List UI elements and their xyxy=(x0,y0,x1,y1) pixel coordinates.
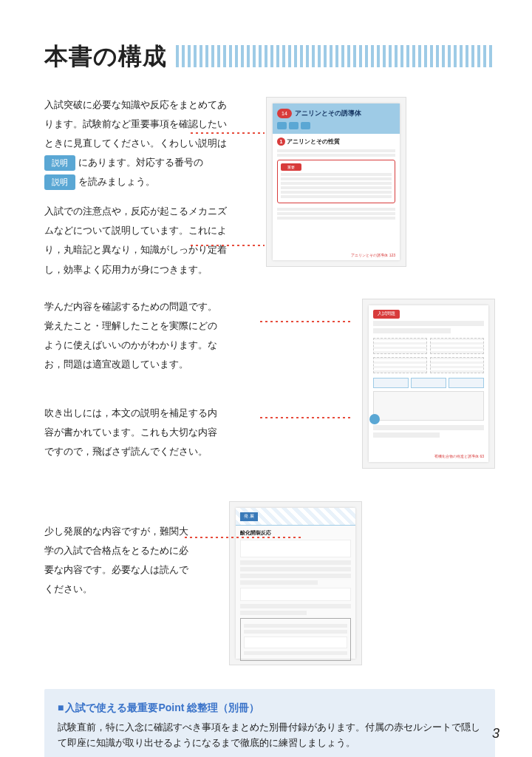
section-number-badge: 1 xyxy=(277,138,285,146)
desc-text: を読みましょう。 xyxy=(78,176,155,187)
desc-block-1: 入試突破に必要な知識や反応をまとめてあ ります。試験前など重要事項を確認したい … xyxy=(44,97,266,190)
thumbnail-advanced-page: 発 展 酸化開裂反応 xyxy=(229,501,362,665)
advanced-title: 酸化開裂反応 xyxy=(240,529,351,537)
advanced-label: 発 展 xyxy=(240,512,258,521)
page-title: 本書の構成 xyxy=(44,37,167,76)
callout-body: 試験直前，特に入念に確認すべき事項をまとめた別冊付録があります。付属の赤セルシー… xyxy=(58,719,482,751)
thumbnail-problem-page: 入試問題 有機化合物の構造と誘導体 63 xyxy=(362,299,495,469)
desc-block-advanced: 少し発展的な内容ですが，難関大 学の入試で合格点をとるために必 要な内容です。必… xyxy=(44,523,229,597)
unit-number-badge: 14 xyxy=(277,109,292,119)
desc-line: ときに見直してください。くわしい説明は xyxy=(44,135,266,152)
desc-line: 学んだ内容を確認するための問題です。 xyxy=(44,299,259,315)
page-number: 3 xyxy=(492,723,499,745)
desc-line: お，問題は適宜改題しています。 xyxy=(44,356,259,373)
explanation-badge: 説明 xyxy=(44,174,75,190)
desc-block-problems: 学んだ内容を確認するための問題です。 覚えたこと・理解したことを実際にどの よう… xyxy=(44,299,259,373)
desc-line: 覚えたこと・理解したことを実際にどの xyxy=(44,318,259,334)
section-4-text: 少し発展的な内容ですが，難関大 学の入試で合格点をとるために必 要な内容です。必… xyxy=(44,523,229,671)
thumb-footer: 有機化合物の構造と誘導体 63 xyxy=(434,453,484,459)
section-1-text: 入試突破に必要な知識や反応をまとめてあ ります。試験前など重要事項を確認したい … xyxy=(44,97,266,281)
speech-balloon-icon xyxy=(369,414,380,424)
thumb-footer: アニリンとその誘導体 123 xyxy=(351,252,395,258)
connector-dots xyxy=(191,132,265,134)
desc-line: 学の入試で合格点をとるために必 xyxy=(44,543,229,559)
callout-title: 入試で使える最重要Point 総整理（別冊） xyxy=(58,699,482,716)
section-title: アニリンとその性質 xyxy=(287,138,340,145)
problem-tag: 入試問題 xyxy=(373,310,400,319)
connector-dots xyxy=(260,321,353,322)
desc-line: 要な内容です。必要な人は読んで xyxy=(44,562,229,578)
desc-line: ください。 xyxy=(44,581,229,597)
section-2-text: 学んだ内容を確認するための問題です。 覚えたこと・理解したことを実際にどの よう… xyxy=(44,299,259,483)
connector-dots xyxy=(191,245,265,246)
unit-title: アニリンとその誘導体 xyxy=(295,109,361,117)
desc-line: し，効率よく応用力が身につきます。 xyxy=(44,262,266,278)
desc-line: 容が書かれています。これも大切な内容 xyxy=(44,424,259,441)
header-stripe-decoration xyxy=(176,45,495,67)
section-1: 14 アニリンとその誘導体 1 アニリンとその性質 重要 アニリンとその誘導体 … xyxy=(44,97,495,281)
supplementary-callout: 入試で使える最重要Point 総整理（別冊） 試験直前，特に入念に確認すべき事項… xyxy=(44,689,495,757)
desc-line: 入試での注意点や，反応が起こるメカニズ xyxy=(44,203,266,220)
section-2: 学んだ内容を確認するための問題です。 覚えたこと・理解したことを実際にどの よう… xyxy=(44,299,495,483)
desc-line: 吹き出しには，本文の説明を補足する内 xyxy=(44,405,259,421)
desc-line: ように使えばいいのかがわかります。な xyxy=(44,337,259,353)
page-header: 本書の構成 xyxy=(44,37,495,76)
connector-dots xyxy=(185,537,303,538)
desc-line: ムなどについて説明しています。これによ xyxy=(44,223,266,239)
explanation-badge: 説明 xyxy=(44,155,75,171)
desc-line: ですので，飛ばさず読んでください。 xyxy=(44,444,259,460)
thumbnail-unit-opener: 14 アニリンとその誘導体 1 アニリンとその性質 重要 アニリンとその誘導体 … xyxy=(266,97,406,267)
section-4: 発 展 酸化開裂反応 少し発展的な内容ですが，難関大 学の入試で合格点をとるため… xyxy=(44,501,495,671)
desc-line: ります。試験前など重要事項を確認したい xyxy=(44,116,266,132)
desc-block-2: 入試での注意点や，反応が起こるメカニズ ムなどについて説明しています。これによ … xyxy=(44,203,266,277)
desc-line: 説明にあります。対応する番号の xyxy=(44,155,266,171)
desc-line: 説明を読みましょう。 xyxy=(44,174,266,190)
desc-line: 入試突破に必要な知識や反応をまとめてあ xyxy=(44,97,266,113)
desc-text: にあります。対応する番号の xyxy=(78,157,203,168)
desc-block-balloon: 吹き出しには，本文の説明を補足する内 容が書かれています。これも大切な内容 です… xyxy=(44,405,259,460)
connector-dots xyxy=(260,417,353,418)
